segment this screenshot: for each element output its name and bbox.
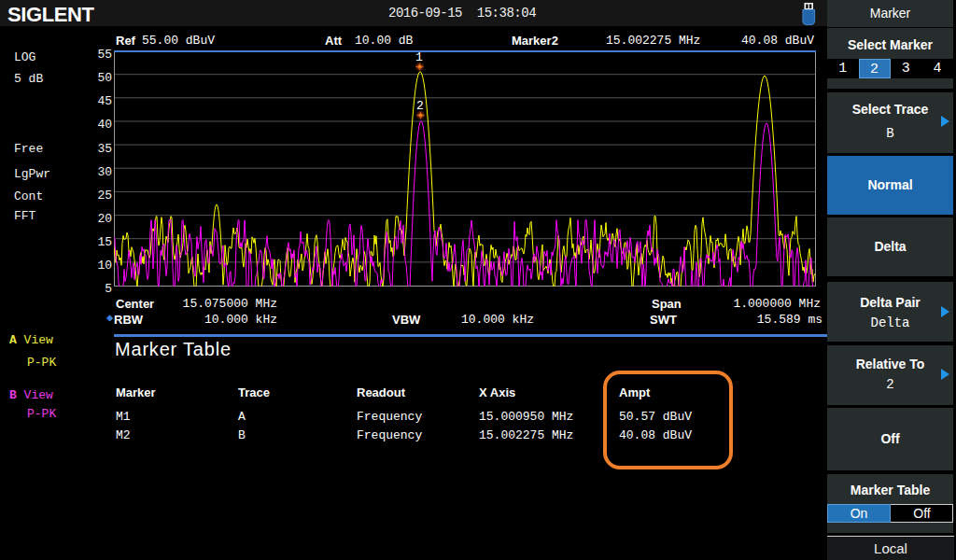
svg-text:1: 1 — [415, 50, 423, 64]
svg-text:2: 2 — [416, 99, 424, 113]
